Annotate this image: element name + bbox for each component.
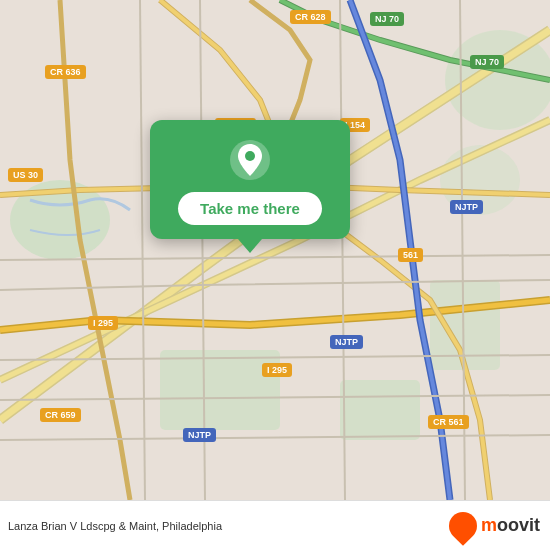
location-popup: Take me there bbox=[150, 120, 350, 239]
map-view[interactable]: CR 628 NJ 70 NJ 70 CR 636 CR 561 I 154 U… bbox=[0, 0, 550, 500]
moovit-m-letter: m bbox=[481, 515, 497, 535]
njtp-badge-3: NJTP bbox=[183, 428, 216, 442]
cr636-badge: CR 636 bbox=[45, 65, 86, 79]
nj70-badge-2: NJ 70 bbox=[470, 55, 504, 69]
location-pin-icon bbox=[228, 138, 272, 182]
cr659-badge: CR 659 bbox=[40, 408, 81, 422]
cr628-badge: CR 628 bbox=[290, 10, 331, 24]
us30-badge: US 30 bbox=[8, 168, 43, 182]
svg-rect-2 bbox=[160, 350, 280, 430]
njtp-badge-1: NJTP bbox=[450, 200, 483, 214]
njtp-badge-2: NJTP bbox=[330, 335, 363, 349]
moovit-logo: moovit bbox=[449, 512, 540, 540]
561-badge: 561 bbox=[398, 248, 423, 262]
moovit-logo-text: moovit bbox=[481, 515, 540, 536]
cr561-bottom-badge: CR 561 bbox=[428, 415, 469, 429]
business-name-text: Lanza Brian V Ldscpg & Maint, Philadelph… bbox=[8, 520, 222, 532]
i295-badge-2: I 295 bbox=[262, 363, 292, 377]
bottom-bar: Lanza Brian V Ldscpg & Maint, Philadelph… bbox=[0, 500, 550, 550]
nj70-badge-1: NJ 70 bbox=[370, 12, 404, 26]
svg-rect-3 bbox=[340, 380, 420, 440]
take-me-there-button[interactable]: Take me there bbox=[178, 192, 322, 225]
svg-point-8 bbox=[245, 151, 255, 161]
i295-badge-1: I 295 bbox=[88, 316, 118, 330]
moovit-logo-icon bbox=[443, 506, 483, 546]
